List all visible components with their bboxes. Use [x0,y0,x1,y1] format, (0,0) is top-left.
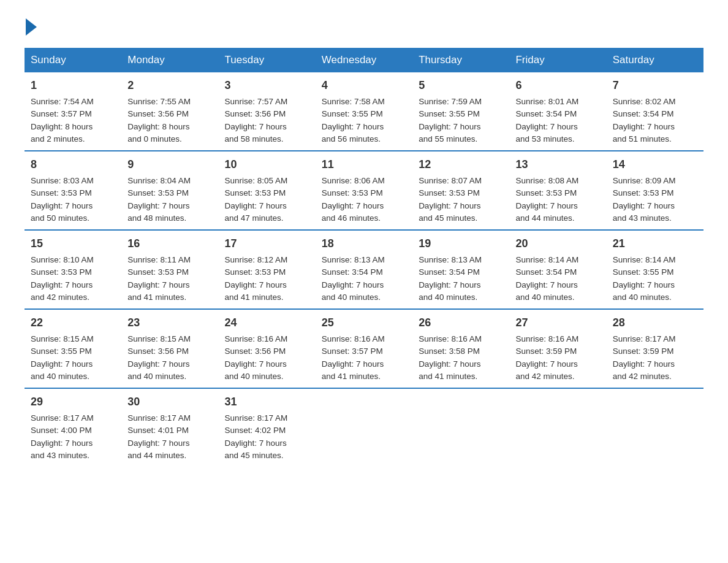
calendar-cell [316,388,412,467]
day-number: 30 [127,394,212,410]
calendar-header-row: SundayMondayTuesdayWednesdayThursdayFrid… [25,48,703,72]
day-number: 9 [127,156,212,173]
day-number: 24 [225,315,309,331]
calendar-week-row: 22Sunrise: 8:15 AMSunset: 3:55 PMDayligh… [25,309,703,388]
calendar-cell: 23Sunrise: 8:15 AMSunset: 3:56 PMDayligh… [121,309,218,388]
day-of-week-header: Thursday [412,48,509,72]
day-number: 5 [419,77,503,94]
logo-arrow-icon [26,18,37,36]
day-number: 13 [515,156,600,173]
day-of-week-header: Monday [121,48,218,72]
calendar-cell: 14Sunrise: 8:09 AMSunset: 3:53 PMDayligh… [607,151,703,230]
day-number: 31 [225,394,309,410]
day-of-week-header: Sunday [25,48,121,72]
calendar-table: SundayMondayTuesdayWednesdayThursdayFrid… [25,48,703,467]
day-of-week-header: Saturday [607,48,703,72]
calendar-cell: 17Sunrise: 8:12 AMSunset: 3:53 PMDayligh… [219,230,316,309]
calendar-cell: 15Sunrise: 8:10 AMSunset: 3:53 PMDayligh… [25,230,121,309]
calendar-cell: 18Sunrise: 8:13 AMSunset: 3:54 PMDayligh… [316,230,412,309]
calendar-week-row: 1Sunrise: 7:54 AMSunset: 3:57 PMDaylight… [25,72,703,151]
calendar-cell: 30Sunrise: 8:17 AMSunset: 4:01 PMDayligh… [121,388,218,467]
calendar-cell: 27Sunrise: 8:16 AMSunset: 3:59 PMDayligh… [509,309,606,388]
day-number: 2 [127,77,212,94]
day-number: 8 [31,156,115,173]
calendar-cell: 5Sunrise: 7:59 AMSunset: 3:55 PMDaylight… [412,72,509,151]
day-number: 17 [225,236,309,252]
calendar-cell [607,388,703,467]
calendar-cell: 8Sunrise: 8:03 AMSunset: 3:53 PMDaylight… [25,151,121,230]
day-number: 26 [419,315,503,331]
calendar-week-row: 15Sunrise: 8:10 AMSunset: 3:53 PMDayligh… [25,230,703,309]
calendar-cell: 21Sunrise: 8:14 AMSunset: 3:55 PMDayligh… [607,230,703,309]
day-of-week-header: Wednesday [316,48,412,72]
calendar-cell: 19Sunrise: 8:13 AMSunset: 3:54 PMDayligh… [412,230,509,309]
day-number: 25 [322,315,406,331]
calendar-cell: 11Sunrise: 8:06 AMSunset: 3:53 PMDayligh… [316,151,412,230]
day-number: 19 [419,236,503,252]
day-number: 15 [31,236,115,252]
calendar-cell: 31Sunrise: 8:17 AMSunset: 4:02 PMDayligh… [219,388,316,467]
day-number: 1 [31,77,115,94]
day-number: 6 [515,77,600,94]
calendar-cell: 16Sunrise: 8:11 AMSunset: 3:53 PMDayligh… [121,230,218,309]
day-of-week-header: Tuesday [219,48,316,72]
calendar-cell: 29Sunrise: 8:17 AMSunset: 4:00 PMDayligh… [25,388,121,467]
calendar-cell: 7Sunrise: 8:02 AMSunset: 3:54 PMDaylight… [607,72,703,151]
day-number: 29 [31,394,115,410]
calendar-week-row: 29Sunrise: 8:17 AMSunset: 4:00 PMDayligh… [25,388,703,467]
calendar-week-row: 8Sunrise: 8:03 AMSunset: 3:53 PMDaylight… [25,151,703,230]
day-number: 28 [613,315,697,331]
calendar-cell: 25Sunrise: 8:16 AMSunset: 3:57 PMDayligh… [316,309,412,388]
calendar-cell: 20Sunrise: 8:14 AMSunset: 3:54 PMDayligh… [509,230,606,309]
day-number: 27 [515,315,600,331]
calendar-cell: 10Sunrise: 8:05 AMSunset: 3:53 PMDayligh… [219,151,316,230]
day-number: 20 [515,236,600,252]
day-number: 10 [225,156,309,173]
calendar-cell: 12Sunrise: 8:07 AMSunset: 3:53 PMDayligh… [412,151,509,230]
calendar-cell: 13Sunrise: 8:08 AMSunset: 3:53 PMDayligh… [509,151,606,230]
day-number: 21 [613,236,697,252]
calendar-cell: 22Sunrise: 8:15 AMSunset: 3:55 PMDayligh… [25,309,121,388]
day-number: 4 [322,77,406,94]
calendar-cell: 2Sunrise: 7:55 AMSunset: 3:56 PMDaylight… [121,72,218,151]
calendar-cell [509,388,606,467]
calendar-cell: 4Sunrise: 7:58 AMSunset: 3:55 PMDaylight… [316,72,412,151]
day-of-week-header: Friday [509,48,606,72]
day-number: 22 [31,315,115,331]
calendar-cell: 24Sunrise: 8:16 AMSunset: 3:56 PMDayligh… [219,309,316,388]
day-number: 3 [225,77,309,94]
day-number: 12 [419,156,503,173]
day-number: 14 [613,156,697,173]
calendar-cell: 6Sunrise: 8:01 AMSunset: 3:54 PMDaylight… [509,72,606,151]
logo [25,18,38,36]
calendar-cell: 1Sunrise: 7:54 AMSunset: 3:57 PMDaylight… [25,72,121,151]
calendar-cell [412,388,509,467]
calendar-cell: 3Sunrise: 7:57 AMSunset: 3:56 PMDaylight… [219,72,316,151]
day-number: 7 [613,77,697,94]
day-number: 23 [127,315,212,331]
calendar-cell: 9Sunrise: 8:04 AMSunset: 3:53 PMDaylight… [121,151,218,230]
day-number: 11 [322,156,406,173]
calendar-cell: 28Sunrise: 8:17 AMSunset: 3:59 PMDayligh… [607,309,703,388]
day-number: 16 [127,236,212,252]
page-header [25,18,703,36]
calendar-cell: 26Sunrise: 8:16 AMSunset: 3:58 PMDayligh… [412,309,509,388]
day-number: 18 [322,236,406,252]
